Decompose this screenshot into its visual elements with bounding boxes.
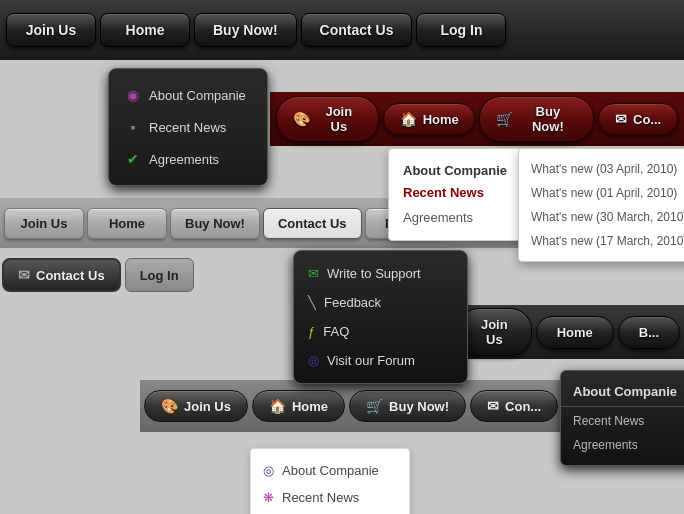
nav2-buynow-btn[interactable]: 🛒 Buy Now! [479,96,594,142]
nav5-join-icon: 🎨 [161,398,178,414]
join-icon: 🎨 [293,111,310,127]
nav2-co-label: Co... [633,112,661,127]
news-item-0[interactable]: What's new (03 April, 2010) [519,157,684,181]
nav1-contact-btn[interactable]: Contact Us [301,13,413,47]
faq-icon: ƒ [308,324,315,339]
nav-row-1: Join Us Home Buy Now! Contact Us Log In [0,0,684,60]
dbl-news[interactable]: ❋ Recent News [251,484,409,511]
nav1-dropdown-item-1[interactable]: ▪ Recent News [109,111,267,143]
dbr-agreements[interactable]: Agreements [561,433,684,457]
nav-row-2: 🎨 Join Us 🏠 Home 🛒 Buy Now! ✉ Co... [270,92,684,146]
nav5-buy-label: Buy Now! [389,399,449,414]
nav1-buynow-btn[interactable]: Buy Now! [194,13,297,47]
nav2-home-btn[interactable]: 🏠 Home [383,103,475,135]
nav3-contact-btn[interactable]: Contact Us [263,208,362,239]
news-item-2[interactable]: What's new (30 March, 2010) [519,205,684,229]
nav2-contact-btn[interactable]: ✉ Co... [598,103,678,135]
nav3-home-btn[interactable]: Home [87,208,167,239]
agreements-icon: ✔ [125,151,141,167]
contact-forum[interactable]: ◎ Visit our Forum [294,346,467,375]
nav5-home-label: Home [292,399,328,414]
agreements-label: Agreements [403,210,473,225]
nav5-join-btn[interactable]: 🎨 Join Us [144,390,248,422]
nav1-dropdown-item-2[interactable]: ✔ Agreements [109,143,267,175]
contact-feedback[interactable]: ╲ Feedback [294,288,467,317]
nav5-con-icon: ✉ [487,398,499,414]
panel-login-label: Log In [140,268,179,283]
contact-forum-label: Visit our Forum [327,353,415,368]
news-icon: ▪ [125,119,141,135]
contact-faq[interactable]: ƒ FAQ [294,317,467,346]
sub-dropdown: What's new (03 April, 2010) What's new (… [518,148,684,262]
contact-faq-label: FAQ [323,324,349,339]
dropdown-bottom-right: About Companie Recent News Agreements [560,370,684,466]
left-panel-area: ✉ Contact Us Log In ✉ Write to Support ╲… [2,258,194,296]
contact-feedback-label: Feedback [324,295,381,310]
nav1-join-btn[interactable]: Join Us [6,13,96,47]
dbr-recent[interactable]: Recent News [561,409,684,433]
nav1-dropdown-label-2: Agreements [149,152,219,167]
nav1-dropdown-item-0[interactable]: ◉ About Companie [109,79,267,111]
contact-dropdown: ✉ Write to Support ╲ Feedback ƒ FAQ ◎ Vi… [293,250,468,384]
dbl-about-label: About Companie [282,463,379,478]
dbl-news-label: Recent News [282,490,359,505]
nav2-buynow-label: Buy Now! [519,104,577,134]
forum-icon: ◎ [308,353,319,368]
feedback-icon: ╲ [308,295,316,310]
panel-login-btn[interactable]: Log In [125,258,194,292]
nav5-home-icon: 🏠 [269,398,286,414]
nav1-dropdown-label-1: Recent News [149,120,226,135]
nav3-buynow-btn[interactable]: Buy Now! [170,208,260,239]
recent-news-label: Recent News [403,185,484,200]
write-icon: ✉ [308,266,319,281]
nav1-login-btn[interactable]: Log In [416,13,506,47]
news-item-1[interactable]: What's new (01 April, 2010) [519,181,684,205]
contact-write-label: Write to Support [327,266,421,281]
nav5-con-btn[interactable]: ✉ Con... [470,390,558,422]
dbl-news-icon: ❋ [263,490,274,505]
nav2-join-btn[interactable]: 🎨 Join Us [276,96,379,142]
nav2-home-label: Home [423,112,459,127]
contact-write[interactable]: ✉ Write to Support [294,259,467,288]
buy-icon: 🛒 [496,111,513,127]
nav1-dropdown-label-0: About Companie [149,88,246,103]
nav5-con-label: Con... [505,399,541,414]
nav4-join-btn[interactable]: Join Us [457,308,532,356]
nav5-join-label: Join Us [184,399,231,414]
nav1-home-btn[interactable]: Home [100,13,190,47]
dropdown-bottom-left: ◎ About Companie ❋ Recent News ❖ Agreeme… [250,448,410,514]
panel-contact-btn[interactable]: ✉ Contact Us [2,258,121,292]
nav4-b-btn[interactable]: B... [618,316,680,349]
news-item-3[interactable]: What's new (17 March, 2010) [519,229,684,253]
nav5-home-btn[interactable]: 🏠 Home [252,390,345,422]
nav5-buy-btn[interactable]: 🛒 Buy Now! [349,390,466,422]
nav3-join-btn[interactable]: Join Us [4,208,84,239]
home-icon: 🏠 [400,111,417,127]
nav4-home-btn[interactable]: Home [536,316,614,349]
envelope-icon: ✉ [18,267,30,283]
about-icon: ◉ [125,87,141,103]
contact-icon: ✉ [615,111,627,127]
nav1-dropdown: ◉ About Companie ▪ Recent News ✔ Agreeme… [108,68,268,186]
nav-row-4-right: Join Us Home B... [453,305,684,359]
panel-contact-label: Contact Us [36,268,105,283]
nav2-join-label: Join Us [316,104,362,134]
dbl-about[interactable]: ◎ About Companie [251,457,409,484]
nav5-buy-icon: 🛒 [366,398,383,414]
divider [561,406,684,407]
dbr-header: About Companie [561,379,684,404]
dbl-about-icon: ◎ [263,463,274,478]
